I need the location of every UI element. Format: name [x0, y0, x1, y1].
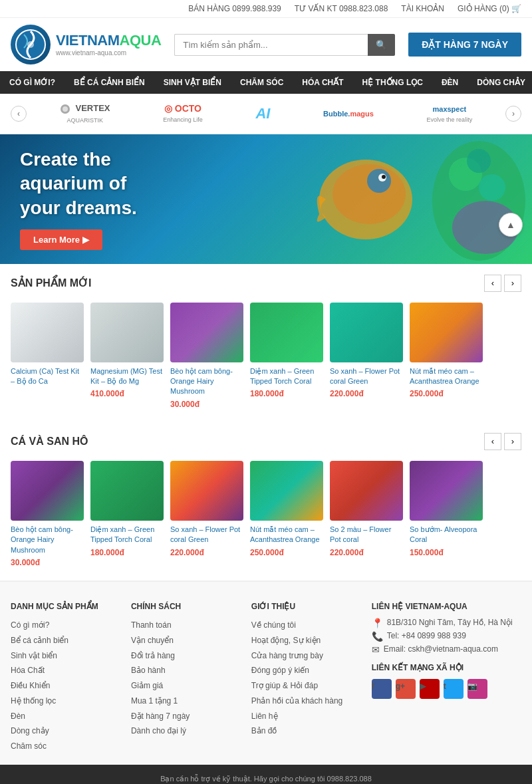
- product-image: [90, 303, 164, 362]
- order-button[interactable]: ĐẶT HÀNG 7 NGÀY: [408, 33, 521, 57]
- footer-link[interactable]: Dành cho đại lý: [131, 723, 238, 739]
- svg-point-6: [367, 169, 391, 193]
- product-price: 30.000đ: [170, 400, 243, 409]
- footer: DANH MỤC SẢN PHẨM Có gì mới? Bể cá cảnh …: [0, 581, 532, 765]
- logo[interactable]: VIETNAMAQUA www.vietnam-aqua.com: [11, 25, 161, 65]
- footer-link[interactable]: Hệ thống lọc: [11, 694, 118, 709]
- product-card[interactable]: Nút mắt méo cam – Acanthastrea Orange 25…: [410, 303, 483, 409]
- footer-link[interactable]: Thanh toán: [131, 618, 238, 633]
- product-image: [170, 303, 243, 362]
- product-name: So bướm- Alveopora Coral: [410, 525, 483, 545]
- footer-link[interactable]: Hóa Chất: [11, 663, 118, 678]
- product-card[interactable]: Bèo hột cam bông- Orange Hairy Mushroom …: [170, 303, 243, 409]
- brand-next-arrow[interactable]: ›: [505, 106, 521, 122]
- phone-support[interactable]: TƯ VẤN KT 0988.823.088: [295, 4, 388, 13]
- footer-link[interactable]: Liên hệ: [251, 709, 358, 724]
- product-card[interactable]: So 2 màu – Flower Pot coral 220.000đ: [330, 461, 403, 567]
- brand-octo[interactable]: ◎ OCTO Enhancing Life: [155, 100, 211, 126]
- twitter-icon[interactable]: t: [444, 679, 464, 699]
- brand-vertex[interactable]: VERTEX AQUARISTIK: [52, 100, 118, 127]
- product-card[interactable]: So xanh – Flower Pot coral Green 220.000…: [170, 461, 243, 567]
- footer-link[interactable]: Cửa hàng trưng bày: [251, 648, 358, 664]
- footer-link[interactable]: Đổi trả hàng: [131, 648, 238, 664]
- product-card[interactable]: So bướm- Alveopora Coral 150.000đ: [410, 461, 483, 567]
- product-price: 250.000đ: [250, 548, 323, 557]
- cart-icon: 🛒: [511, 4, 521, 13]
- hero-text: Create the aquarium of your dreams. Lear…: [0, 134, 157, 264]
- footer-link[interactable]: Có gì mới?: [11, 618, 118, 633]
- product-card[interactable]: So xanh – Flower Pot coral Green 220.000…: [330, 303, 403, 409]
- product-image: [410, 461, 483, 521]
- main-nav: CÓ GÌ MỚI? BỂ CÁ CẢNH BIỂN SINH VẬT BIỂN…: [0, 71, 532, 94]
- nav-item-lights[interactable]: ĐÈN: [432, 71, 467, 94]
- footer-col4-title: LIÊN HỆ VIETNAM-AQUA: [372, 602, 521, 611]
- googleplus-icon[interactable]: g+: [396, 679, 416, 699]
- brand-name: VIETNAMAQUA: [56, 32, 161, 49]
- address-text: 81B/310 Nghi Tâm, Tây Hồ, Hà Nội: [387, 618, 513, 627]
- nav-item-care[interactable]: CHĂM SÓC: [231, 71, 293, 94]
- product-name: Magnesium (MG) Test Kit – Bộ đo Mg: [90, 366, 164, 387]
- footer-link[interactable]: Phản hồi của khách hàng: [251, 694, 358, 709]
- brand-bubble[interactable]: Bubble.magus: [315, 106, 382, 121]
- hero-cta-button[interactable]: Learn More ▶: [20, 229, 102, 250]
- footer-link[interactable]: Bảo hành: [131, 663, 238, 678]
- new-products-prev[interactable]: ‹: [484, 275, 501, 292]
- brand-maxspect[interactable]: maxspect Evolve the reality: [419, 101, 481, 126]
- product-card[interactable]: Diệm xanh – Green Tipped Torch Coral 180…: [250, 303, 323, 409]
- footer-link[interactable]: Điều Khiển: [11, 678, 118, 694]
- footer-link[interactable]: Dòng chảy: [11, 723, 118, 739]
- footer-link[interactable]: Bể cá cảnh biển: [11, 633, 118, 648]
- footer-link[interactable]: Hoạt động, Sự kiện: [251, 633, 358, 648]
- new-products-header: SẢN PHẨM MỚI ‹ ›: [0, 264, 532, 297]
- footer-link[interactable]: Đóng góp ý kiến: [251, 663, 358, 678]
- brand-prev-arrow[interactable]: ‹: [11, 106, 27, 122]
- nav-item-new[interactable]: CÓ GÌ MỚI?: [0, 71, 65, 94]
- footer-bottom: Bạn cần hỗ trợ về kỹ thuật. Hãy gọi cho …: [0, 765, 532, 784]
- footer-link[interactable]: Bản đồ: [251, 723, 358, 739]
- address-row: 📍 81B/310 Nghi Tâm, Tây Hồ, Hà Nội: [372, 618, 521, 628]
- footer-link[interactable]: Sinh vật biển: [11, 648, 118, 664]
- fish-coral-prev[interactable]: ‹: [484, 433, 501, 450]
- product-price: 180.000đ: [250, 389, 323, 398]
- product-card[interactable]: Diệm xanh – Green Tipped Torch Coral 180…: [90, 461, 164, 567]
- new-products-next[interactable]: ›: [504, 275, 521, 292]
- product-card[interactable]: Bèo hột cam bông- Orange Hairy Mushroom …: [11, 461, 84, 567]
- product-name: Nút mắt méo cam – Acanthastrea Orange: [410, 366, 483, 387]
- phone-sale[interactable]: BÁN HÀNG 0899.988.939: [188, 4, 281, 13]
- product-image: [90, 461, 164, 521]
- footer-link[interactable]: Mua 1 tặng 1: [131, 694, 238, 709]
- top-bar: BÁN HÀNG 0899.988.939 TƯ VẤN KT 0988.823…: [0, 0, 532, 18]
- facebook-icon[interactable]: f: [372, 679, 392, 699]
- footer-link[interactable]: Giảm giá: [131, 678, 238, 694]
- youtube-icon[interactable]: ▶: [420, 679, 440, 699]
- footer-link[interactable]: Trợ giúp & Hỏi đáp: [251, 678, 358, 694]
- footer-link[interactable]: Đặt hàng 7 ngày: [131, 709, 238, 724]
- svg-point-8: [382, 175, 386, 179]
- scroll-to-top[interactable]: ▲: [499, 213, 523, 237]
- search-input[interactable]: [174, 34, 368, 56]
- nav-item-chemicals[interactable]: HÓA CHẤT: [293, 71, 352, 94]
- nav-item-filtration[interactable]: HỆ THỐNG LỌC: [353, 71, 432, 94]
- instagram-icon[interactable]: 📷: [467, 679, 487, 699]
- footer-link[interactable]: Về chúng tôi: [251, 618, 358, 633]
- product-name: Calcium (Ca) Test Kit – Bộ đo Ca: [11, 366, 84, 387]
- fish-coral-nav: ‹ ›: [484, 433, 521, 450]
- footer-link[interactable]: Vận chuyển: [131, 633, 238, 648]
- footer-link[interactable]: Chăm sóc: [11, 739, 118, 754]
- product-card[interactable]: Magnesium (MG) Test Kit – Bộ đo Mg 410.0…: [90, 303, 164, 409]
- nav-item-sea-creatures[interactable]: SINH VẬT BIỂN: [154, 71, 231, 94]
- fish-coral-next[interactable]: ›: [504, 433, 521, 450]
- search-button[interactable]: 🔍: [368, 34, 395, 56]
- new-products-title: SẢN PHẨM MỚI: [11, 277, 91, 289]
- phone-icon: 📞: [372, 631, 383, 642]
- nav-item-flow[interactable]: DÒNG CHẢY: [467, 71, 532, 94]
- product-price: 220.000đ: [330, 389, 403, 398]
- brand-ai[interactable]: AI: [247, 102, 278, 125]
- product-card[interactable]: Nút mắt méo cam – Acanthastrea Orange 25…: [250, 461, 323, 567]
- account-link[interactable]: TÀI KHOẢN: [401, 4, 444, 13]
- footer-link[interactable]: Đèn: [11, 709, 118, 724]
- search-area: 🔍: [174, 34, 395, 56]
- nav-item-aquarium[interactable]: BỂ CÁ CẢNH BIỂN: [65, 71, 154, 94]
- cart-link[interactable]: GIỎ HÀNG (0) 🛒: [458, 4, 521, 13]
- product-card[interactable]: Calcium (Ca) Test Kit – Bộ đo Ca: [11, 303, 84, 409]
